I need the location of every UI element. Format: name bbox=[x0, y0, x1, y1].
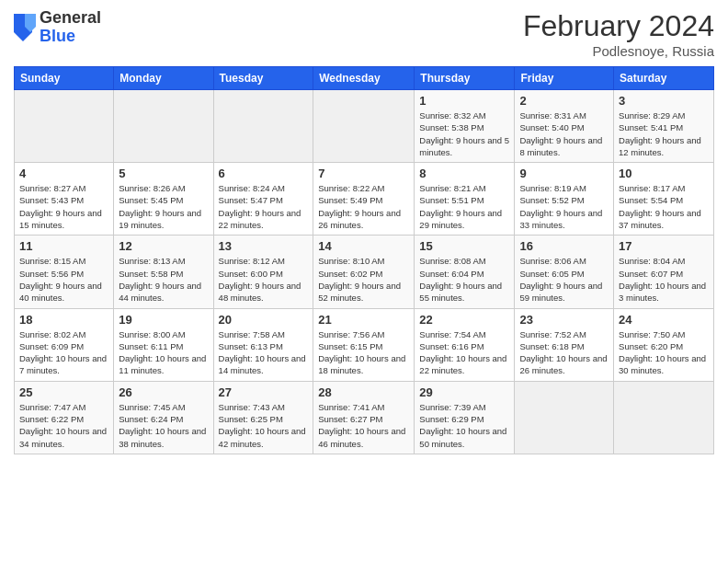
logo-blue: Blue bbox=[40, 28, 101, 46]
column-header-sunday: Sunday bbox=[15, 67, 114, 90]
column-header-monday: Monday bbox=[114, 67, 213, 90]
day-info: Sunrise: 8:19 AM Sunset: 5:52 PM Dayligh… bbox=[519, 182, 609, 231]
day-info: Sunrise: 8:08 AM Sunset: 6:04 PM Dayligh… bbox=[419, 255, 509, 304]
logo-text: General Blue bbox=[40, 9, 101, 46]
calendar-cell bbox=[15, 90, 114, 163]
calendar-cell: 18Sunrise: 8:02 AM Sunset: 6:09 PM Dayli… bbox=[15, 308, 114, 381]
calendar-cell: 3Sunrise: 8:29 AM Sunset: 5:41 PM Daylig… bbox=[614, 90, 714, 163]
calendar-cell bbox=[614, 381, 714, 454]
day-number: 22 bbox=[419, 313, 509, 327]
day-info: Sunrise: 8:31 AM Sunset: 5:40 PM Dayligh… bbox=[519, 109, 609, 158]
day-info: Sunrise: 8:27 AM Sunset: 5:43 PM Dayligh… bbox=[19, 182, 108, 231]
calendar-cell: 28Sunrise: 7:41 AM Sunset: 6:27 PM Dayli… bbox=[313, 381, 415, 454]
calendar-cell: 19Sunrise: 8:00 AM Sunset: 6:11 PM Dayli… bbox=[114, 308, 213, 381]
day-info: Sunrise: 8:29 AM Sunset: 5:41 PM Dayligh… bbox=[619, 109, 709, 158]
day-info: Sunrise: 8:32 AM Sunset: 5:38 PM Dayligh… bbox=[419, 109, 509, 158]
day-info: Sunrise: 7:56 AM Sunset: 6:15 PM Dayligh… bbox=[318, 328, 409, 377]
day-number: 27 bbox=[219, 385, 309, 399]
column-header-saturday: Saturday bbox=[614, 67, 714, 90]
day-number: 23 bbox=[519, 313, 609, 327]
calendar-cell: 9Sunrise: 8:19 AM Sunset: 5:52 PM Daylig… bbox=[515, 163, 614, 236]
calendar-cell: 25Sunrise: 7:47 AM Sunset: 6:22 PM Dayli… bbox=[15, 381, 114, 454]
day-info: Sunrise: 8:21 AM Sunset: 5:51 PM Dayligh… bbox=[419, 182, 509, 231]
calendar-body: 1Sunrise: 8:32 AM Sunset: 5:38 PM Daylig… bbox=[15, 90, 714, 454]
calendar-cell: 15Sunrise: 8:08 AM Sunset: 6:04 PM Dayli… bbox=[415, 236, 515, 308]
calendar-week-row: 1Sunrise: 8:32 AM Sunset: 5:38 PM Daylig… bbox=[15, 90, 714, 163]
day-number: 28 bbox=[318, 385, 409, 399]
location-subtitle: Podlesnoye, Russia bbox=[523, 43, 714, 59]
calendar-cell bbox=[114, 90, 213, 163]
day-number: 6 bbox=[219, 167, 309, 180]
title-block: February 2024 Podlesnoye, Russia bbox=[523, 9, 714, 59]
day-number: 29 bbox=[419, 385, 509, 399]
month-year-title: February 2024 bbox=[523, 9, 714, 43]
day-info: Sunrise: 8:17 AM Sunset: 5:54 PM Dayligh… bbox=[619, 182, 709, 231]
day-info: Sunrise: 7:43 AM Sunset: 6:25 PM Dayligh… bbox=[219, 401, 309, 450]
column-header-tuesday: Tuesday bbox=[213, 67, 313, 90]
calendar-cell: 1Sunrise: 8:32 AM Sunset: 5:38 PM Daylig… bbox=[415, 90, 515, 163]
calendar-cell: 2Sunrise: 8:31 AM Sunset: 5:40 PM Daylig… bbox=[515, 90, 614, 163]
day-info: Sunrise: 8:24 AM Sunset: 5:47 PM Dayligh… bbox=[219, 182, 309, 231]
day-number: 19 bbox=[119, 313, 208, 327]
calendar-week-row: 18Sunrise: 8:02 AM Sunset: 6:09 PM Dayli… bbox=[15, 308, 714, 381]
day-number: 13 bbox=[219, 239, 309, 253]
day-number: 17 bbox=[619, 239, 709, 253]
calendar-cell: 21Sunrise: 7:56 AM Sunset: 6:15 PM Dayli… bbox=[313, 308, 415, 381]
day-info: Sunrise: 8:15 AM Sunset: 5:56 PM Dayligh… bbox=[19, 255, 108, 304]
calendar-cell: 4Sunrise: 8:27 AM Sunset: 5:43 PM Daylig… bbox=[15, 163, 114, 236]
calendar-cell: 5Sunrise: 8:26 AM Sunset: 5:45 PM Daylig… bbox=[114, 163, 213, 236]
day-info: Sunrise: 7:54 AM Sunset: 6:16 PM Dayligh… bbox=[419, 328, 509, 377]
calendar-cell: 27Sunrise: 7:43 AM Sunset: 6:25 PM Dayli… bbox=[213, 381, 313, 454]
day-info: Sunrise: 7:50 AM Sunset: 6:20 PM Dayligh… bbox=[619, 328, 709, 377]
day-info: Sunrise: 8:04 AM Sunset: 6:07 PM Dayligh… bbox=[619, 255, 709, 304]
logo-general: General bbox=[40, 9, 101, 28]
page-header: General Blue February 2024 Podlesnoye, R… bbox=[14, 9, 714, 59]
day-info: Sunrise: 7:45 AM Sunset: 6:24 PM Dayligh… bbox=[119, 401, 208, 450]
calendar-cell: 17Sunrise: 8:04 AM Sunset: 6:07 PM Dayli… bbox=[614, 236, 714, 308]
day-info: Sunrise: 7:58 AM Sunset: 6:13 PM Dayligh… bbox=[219, 328, 309, 377]
calendar-cell: 29Sunrise: 7:39 AM Sunset: 6:29 PM Dayli… bbox=[415, 381, 515, 454]
day-info: Sunrise: 8:10 AM Sunset: 6:02 PM Dayligh… bbox=[318, 255, 409, 304]
calendar-cell: 10Sunrise: 8:17 AM Sunset: 5:54 PM Dayli… bbox=[614, 163, 714, 236]
day-number: 8 bbox=[419, 167, 509, 180]
column-header-thursday: Thursday bbox=[415, 67, 515, 90]
day-number: 2 bbox=[519, 94, 609, 108]
day-number: 14 bbox=[318, 239, 409, 253]
day-number: 25 bbox=[19, 385, 108, 399]
day-info: Sunrise: 8:02 AM Sunset: 6:09 PM Dayligh… bbox=[19, 328, 108, 377]
calendar-cell: 16Sunrise: 8:06 AM Sunset: 6:05 PM Dayli… bbox=[515, 236, 614, 308]
day-info: Sunrise: 8:12 AM Sunset: 6:00 PM Dayligh… bbox=[219, 255, 309, 304]
day-number: 26 bbox=[119, 385, 208, 399]
day-info: Sunrise: 8:00 AM Sunset: 6:11 PM Dayligh… bbox=[119, 328, 208, 377]
day-number: 12 bbox=[119, 239, 208, 253]
day-info: Sunrise: 7:52 AM Sunset: 6:18 PM Dayligh… bbox=[519, 328, 609, 377]
day-number: 20 bbox=[219, 313, 309, 327]
day-number: 24 bbox=[619, 313, 709, 327]
column-header-friday: Friday bbox=[515, 67, 614, 90]
day-number: 4 bbox=[19, 167, 108, 180]
day-info: Sunrise: 7:41 AM Sunset: 6:27 PM Dayligh… bbox=[318, 401, 409, 450]
day-number: 1 bbox=[419, 94, 509, 108]
column-header-wednesday: Wednesday bbox=[313, 67, 415, 90]
logo: General Blue bbox=[14, 9, 101, 46]
day-number: 11 bbox=[19, 239, 108, 253]
day-info: Sunrise: 7:39 AM Sunset: 6:29 PM Dayligh… bbox=[419, 401, 509, 450]
calendar-cell: 20Sunrise: 7:58 AM Sunset: 6:13 PM Dayli… bbox=[213, 308, 313, 381]
day-info: Sunrise: 8:26 AM Sunset: 5:45 PM Dayligh… bbox=[119, 182, 208, 231]
calendar-table: SundayMondayTuesdayWednesdayThursdayFrid… bbox=[14, 66, 714, 454]
logo-icon bbox=[14, 14, 36, 41]
day-number: 10 bbox=[619, 167, 709, 180]
calendar-cell: 22Sunrise: 7:54 AM Sunset: 6:16 PM Dayli… bbox=[415, 308, 515, 381]
day-info: Sunrise: 8:22 AM Sunset: 5:49 PM Dayligh… bbox=[318, 182, 409, 231]
day-number: 9 bbox=[519, 167, 609, 180]
calendar-cell: 26Sunrise: 7:45 AM Sunset: 6:24 PM Dayli… bbox=[114, 381, 213, 454]
calendar-week-row: 4Sunrise: 8:27 AM Sunset: 5:43 PM Daylig… bbox=[15, 163, 714, 236]
day-number: 16 bbox=[519, 239, 609, 253]
calendar-cell: 23Sunrise: 7:52 AM Sunset: 6:18 PM Dayli… bbox=[515, 308, 614, 381]
day-info: Sunrise: 7:47 AM Sunset: 6:22 PM Dayligh… bbox=[19, 401, 108, 450]
day-info: Sunrise: 8:06 AM Sunset: 6:05 PM Dayligh… bbox=[519, 255, 609, 304]
calendar-week-row: 25Sunrise: 7:47 AM Sunset: 6:22 PM Dayli… bbox=[15, 381, 714, 454]
calendar-cell bbox=[213, 90, 313, 163]
day-number: 7 bbox=[318, 167, 409, 180]
day-number: 21 bbox=[318, 313, 409, 327]
